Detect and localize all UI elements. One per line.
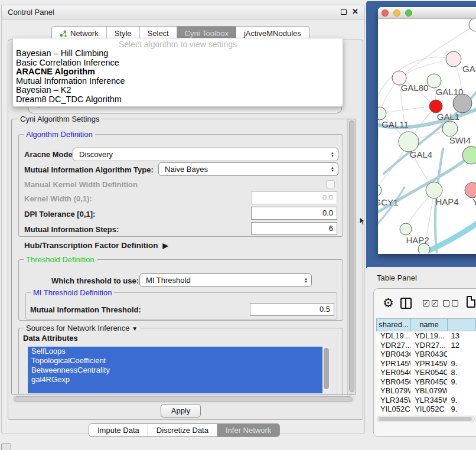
network-node-hap4[interactable] xyxy=(426,182,442,198)
mi-type-combobox[interactable]: Naive Bayes ▲▼ xyxy=(158,162,338,176)
table-toolbar: ⚙ ✓✓ xyxy=(373,294,476,318)
scrollbar-thumb[interactable] xyxy=(349,120,354,392)
table-row[interactable]: YBR045CYBR045C9. xyxy=(376,377,476,387)
which-threshold-combobox[interactable]: MI Threshold ▲▼ xyxy=(139,273,312,287)
manual-kernel-checkbox[interactable] xyxy=(327,180,335,188)
attributes-scrollbar[interactable] xyxy=(322,347,330,393)
aracne-mode-value: Discovery xyxy=(73,150,328,159)
network-node-swi4[interactable] xyxy=(442,121,458,136)
network-node-gal[interactable] xyxy=(446,51,461,67)
algorithm-dropdown-item[interactable]: Bayesian – K2 xyxy=(13,86,343,95)
scrollbar-thumb[interactable] xyxy=(324,348,329,389)
table-cell: YER054C xyxy=(410,368,446,377)
table-row[interactable]: YPR145WYPR145W9. xyxy=(376,359,476,369)
table-row[interactable]: YDL19...YDL19...13 xyxy=(376,331,476,341)
algorithm-dropdown-item[interactable]: ARACNE Algorithm xyxy=(13,67,343,77)
network-edge[interactable] xyxy=(399,59,454,78)
chevron-down-icon: ▼ xyxy=(132,325,138,332)
scrollbar-thumb[interactable] xyxy=(14,396,353,402)
table-row[interactable]: YER054CYER054C8. xyxy=(376,368,476,377)
network-view-window: GALGAL80GAL10GAL1GAL11SWI4GAL4GCY1HAP4YH… xyxy=(378,7,476,254)
table-column-header[interactable] xyxy=(447,318,476,331)
data-attribute-item[interactable] xyxy=(28,384,322,393)
table-cell: YBR043C xyxy=(410,350,446,359)
settings-horizontal-scrollbar[interactable] xyxy=(12,396,355,403)
network-node[interactable] xyxy=(418,243,430,253)
scrollbar-thumb[interactable] xyxy=(379,417,472,421)
network-edge[interactable] xyxy=(378,113,380,161)
checked-checkbox-icon: ✓ xyxy=(432,300,438,306)
table-cell: YER054C xyxy=(376,368,410,377)
table-horizontal-scrollbar[interactable] xyxy=(377,416,475,422)
network-canvas[interactable]: GALGAL80GAL10GAL1GAL11SWI4GAL4GCY1HAP4YH… xyxy=(378,19,476,253)
network-node-gcy1[interactable] xyxy=(378,184,382,196)
table-row[interactable]: YBL079WYBL079W xyxy=(376,386,476,396)
algorithm-dropdown-item[interactable]: Dream8 DC_TDC Algorithm xyxy=(13,95,343,105)
algorithm-dropdown-items: Bayesian – Hill ClimbingBasic Correlatio… xyxy=(13,49,343,104)
window-title: Control Panel xyxy=(2,8,54,17)
table-cell: YLR345W xyxy=(410,396,446,405)
network-node-hap2[interactable] xyxy=(400,223,412,235)
gear-icon[interactable]: ⚙ xyxy=(383,296,394,309)
node-label: GAL80 xyxy=(401,83,429,93)
mi-steps-label: Mutual Information Steps: xyxy=(24,225,119,234)
node-table[interactable]: shared...nameYDL19...YDL19...13YDR27...Y… xyxy=(376,318,476,415)
mi-steps-input[interactable]: 6 xyxy=(251,222,337,235)
network-node-gal1[interactable] xyxy=(429,100,442,113)
threshold-definition-title: Threshold Definition xyxy=(24,255,97,264)
table-panel-header: Table Panel xyxy=(367,267,476,288)
partial-corner-button[interactable] xyxy=(1,444,11,450)
table-row[interactable]: YBR043CYBR043C xyxy=(376,350,476,359)
sources-group-title[interactable]: Sources for Network Inference ▼ xyxy=(24,324,140,332)
network-node[interactable] xyxy=(469,19,476,31)
apply-button[interactable]: Apply xyxy=(161,404,201,418)
which-threshold-value: MI Threshold xyxy=(140,276,302,285)
zoom-traffic-light-icon[interactable] xyxy=(405,9,412,17)
data-attribute-item[interactable]: gal4RGexp xyxy=(28,375,322,384)
minimize-traffic-light-icon[interactable] xyxy=(393,9,400,17)
data-attribute-item[interactable]: SelfLoops xyxy=(28,347,322,356)
node-label: GCY1 xyxy=(378,197,398,207)
table-cell: YBR045C xyxy=(410,377,446,387)
checked-checkbox-icon: ✓ xyxy=(423,300,429,306)
document-icon[interactable] xyxy=(467,296,475,308)
control-panel-titlebar: Control Panel ✕ xyxy=(2,5,364,19)
aracne-mode-combobox[interactable]: Discovery ▲▼ xyxy=(73,148,338,161)
tab-discretize-data[interactable]: Discretize Data xyxy=(148,424,217,436)
dpi-tolerance-input[interactable]: 0.0 xyxy=(251,207,337,220)
close-icon[interactable]: ✕ xyxy=(352,7,358,16)
network-edge[interactable] xyxy=(380,106,436,113)
network-node-y[interactable] xyxy=(465,182,476,198)
network-window-titlebar[interactable] xyxy=(378,7,476,19)
algorithm-dropdown-item[interactable]: Basic Correlation Inference xyxy=(13,58,343,68)
algorithm-dropdown-item[interactable]: Mutual Information Inference xyxy=(13,77,343,86)
split-columns-icon[interactable] xyxy=(400,298,412,309)
unchecked-checkbox-icon xyxy=(452,300,458,306)
table-row[interactable]: YIL052CYIL052C9. xyxy=(376,405,476,414)
mi-threshold-definition-title: MI Threshold Definition xyxy=(31,288,114,297)
network-node[interactable] xyxy=(453,94,472,113)
tab-infer-network[interactable]: Infer Network xyxy=(217,424,279,436)
network-node-gal4[interactable] xyxy=(399,132,419,152)
hub-definition-expander[interactable]: Hub/Transcription Factor Definition▶ xyxy=(24,241,168,250)
kernel-width-input[interactable]: 0.0 xyxy=(251,191,337,204)
settings-vertical-scrollbar[interactable] xyxy=(347,119,355,394)
close-traffic-light-icon[interactable] xyxy=(382,9,389,17)
table-row[interactable]: YDR27...YDR27...12 xyxy=(376,341,476,350)
table-row[interactable]: YLR345WYLR345W9. xyxy=(376,396,476,405)
data-attributes-list[interactable]: SelfLoopsTopologicalCoefficientBetweenne… xyxy=(28,347,330,393)
network-node-gal10[interactable] xyxy=(427,74,441,88)
data-attribute-item[interactable]: BetweennessCentrality xyxy=(28,366,322,375)
data-attribute-item[interactable]: TopologicalCoefficient xyxy=(28,356,322,366)
tab-label: Network xyxy=(70,29,99,38)
tab-impute-data[interactable]: Impute Data xyxy=(89,424,148,436)
table-column-header[interactable]: shared... xyxy=(376,318,410,331)
select-all-checkboxes-icon[interactable]: ✓✓ xyxy=(423,300,438,306)
float-window-icon[interactable] xyxy=(341,9,347,15)
table-column-header[interactable]: name xyxy=(410,318,446,331)
algorithm-dropdown-item[interactable]: Bayesian – Hill Climbing xyxy=(13,49,343,58)
mi-type-label: Mutual Information Algorithm Type: xyxy=(24,165,154,174)
node-label: GAL1 xyxy=(437,112,459,122)
mi-threshold-input[interactable]: 0.5 xyxy=(250,303,334,316)
deselect-all-checkboxes-icon[interactable] xyxy=(443,300,458,306)
